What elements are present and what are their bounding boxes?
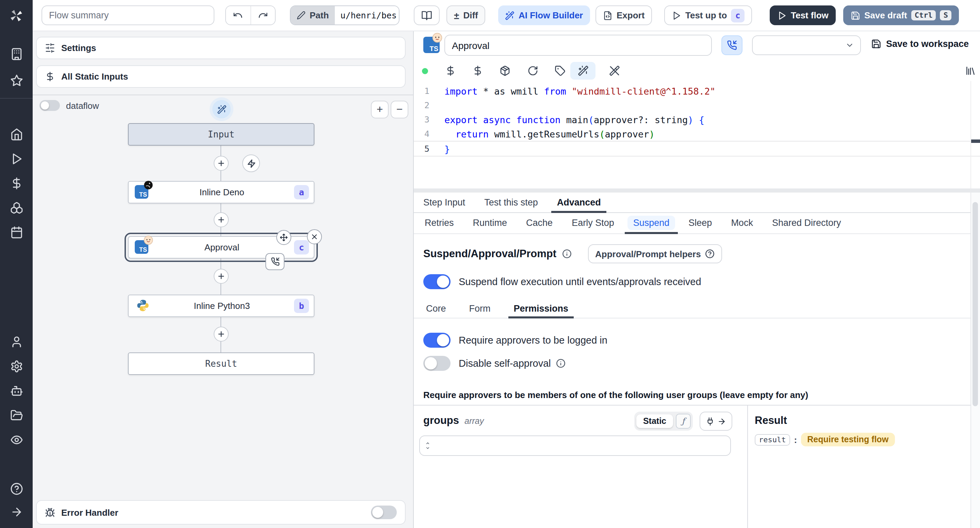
flow-summary-input[interactable] bbox=[41, 5, 215, 25]
workspace-icon[interactable] bbox=[0, 43, 33, 65]
approval-prompt-helpers-button[interactable]: Approval/Prompt helpers bbox=[588, 244, 722, 263]
tab-core[interactable]: Core bbox=[423, 299, 449, 318]
undo-button[interactable] bbox=[226, 6, 250, 24]
schedules-icon[interactable] bbox=[0, 221, 33, 243]
expand-sidebar-icon[interactable] bbox=[0, 501, 33, 523]
path-button[interactable]: Path u/henri/bes bbox=[290, 5, 399, 25]
code-editor[interactable]: 1 import * as wmill from "windmill-clien… bbox=[414, 81, 980, 188]
require-login-toggle[interactable] bbox=[423, 333, 450, 348]
folders-icon[interactable] bbox=[0, 404, 33, 426]
dependencies-icon[interactable] bbox=[500, 65, 511, 76]
static-mode-pill[interactable]: Static bbox=[636, 414, 673, 428]
resources-icon[interactable] bbox=[0, 197, 33, 218]
help-icon bbox=[705, 249, 714, 259]
panel-scrollbar[interactable] bbox=[970, 192, 980, 528]
tab-mock[interactable]: Mock bbox=[723, 212, 761, 234]
result-key-chip[interactable]: result bbox=[755, 434, 790, 445]
save-draft-button[interactable]: Save draftCtrlS bbox=[843, 5, 959, 25]
variable-picker-icon[interactable] bbox=[445, 65, 456, 76]
tab-suspend[interactable]: Suspend bbox=[625, 212, 678, 234]
tab-cache[interactable]: Cache bbox=[518, 212, 561, 234]
error-handler-toggle[interactable] bbox=[371, 506, 397, 519]
docs-button[interactable] bbox=[414, 5, 440, 25]
library-icon[interactable] bbox=[965, 65, 976, 76]
step-title-input[interactable] bbox=[444, 35, 712, 56]
ai-builder-float-button[interactable] bbox=[212, 100, 231, 118]
tab-runtime[interactable]: Runtime bbox=[465, 212, 515, 234]
suspend-heading: Suspend/Approval/Prompt bbox=[423, 248, 556, 260]
groups-array-input[interactable] bbox=[419, 436, 731, 456]
settings-icon[interactable] bbox=[0, 355, 33, 377]
kbd-ctrl: Ctrl bbox=[911, 10, 936, 21]
tab-permissions[interactable]: Permissions bbox=[511, 299, 571, 318]
tab-step-input[interactable]: Step Input bbox=[414, 192, 475, 212]
error-handler-row[interactable]: Error Handler bbox=[36, 500, 406, 525]
code-scrollbar[interactable] bbox=[970, 81, 980, 188]
add-step-button[interactable] bbox=[214, 269, 229, 284]
format-tag-icon[interactable] bbox=[555, 65, 566, 76]
select-chevrons-icon[interactable] bbox=[425, 441, 431, 450]
node-inline-deno[interactable]: TS Inline Deno a bbox=[128, 181, 314, 204]
fx-mode-button[interactable]: ƒ bbox=[676, 414, 691, 429]
sidebar-divider bbox=[0, 98, 33, 99]
help-icon[interactable] bbox=[0, 478, 33, 499]
windmill-logo-icon[interactable] bbox=[0, 0, 33, 30]
zoom-out-button[interactable]: − bbox=[391, 101, 408, 118]
variables-icon[interactable] bbox=[0, 172, 33, 194]
add-step-button[interactable] bbox=[214, 327, 229, 342]
test-flow-button[interactable]: Test flow bbox=[770, 5, 836, 25]
connect-input-button[interactable] bbox=[700, 412, 732, 431]
tab-shared-directory[interactable]: Shared Directory bbox=[764, 212, 850, 234]
add-trigger-button[interactable] bbox=[242, 154, 260, 172]
play-icon bbox=[672, 11, 681, 20]
add-step-button[interactable] bbox=[214, 212, 229, 227]
dataflow-toggle[interactable] bbox=[40, 100, 60, 111]
reset-icon[interactable] bbox=[527, 65, 538, 76]
redo-button[interactable] bbox=[250, 6, 275, 24]
tab-sleep[interactable]: Sleep bbox=[680, 212, 720, 234]
export-button[interactable]: Export bbox=[595, 5, 652, 25]
save-to-workspace-button[interactable]: Save to workspace bbox=[871, 39, 969, 49]
resource-picker-icon[interactable] bbox=[472, 65, 483, 76]
suspend-indicator-button[interactable] bbox=[721, 35, 743, 55]
node-result[interactable]: Result bbox=[128, 353, 314, 375]
suspend-toggle[interactable] bbox=[423, 274, 450, 289]
tab-form[interactable]: Form bbox=[466, 299, 493, 318]
node-input[interactable]: Input bbox=[128, 123, 314, 146]
ai-gen-off-icon[interactable] bbox=[609, 65, 620, 76]
favorites-icon[interactable] bbox=[0, 69, 33, 91]
info-icon[interactable] bbox=[556, 359, 566, 368]
tab-retries[interactable]: Retries bbox=[417, 212, 462, 234]
tab-early-stop[interactable]: Early Stop bbox=[563, 212, 622, 234]
runs-icon[interactable] bbox=[0, 148, 33, 169]
panel-divider bbox=[33, 95, 413, 95]
dollar-icon bbox=[45, 72, 55, 82]
move-step-handle[interactable] bbox=[276, 230, 291, 245]
step-tabs: Step Input Test this step Advanced bbox=[414, 192, 980, 213]
tab-advanced[interactable]: Advanced bbox=[547, 192, 611, 212]
scrollbar-thumb[interactable] bbox=[972, 202, 978, 406]
groups-value-field[interactable] bbox=[431, 436, 730, 456]
suspend-phone-badge[interactable] bbox=[266, 253, 285, 270]
users-icon[interactable] bbox=[0, 331, 33, 353]
add-step-button[interactable] bbox=[214, 156, 229, 171]
delete-step-button[interactable] bbox=[307, 229, 322, 244]
test-up-to-button[interactable]: Test up toc bbox=[664, 5, 752, 25]
tab-test-this-step[interactable]: Test this step bbox=[475, 192, 547, 212]
all-static-inputs-button[interactable]: All Static Inputs bbox=[36, 65, 406, 88]
static-fx-segment: Static ƒ bbox=[634, 412, 693, 431]
status-dot-icon bbox=[422, 68, 428, 74]
audit-logs-icon[interactable] bbox=[0, 429, 33, 450]
workers-icon[interactable] bbox=[0, 380, 33, 401]
ai-gen-icon[interactable] bbox=[578, 65, 589, 76]
info-icon[interactable] bbox=[562, 249, 571, 259]
tag-select[interactable] bbox=[752, 35, 861, 55]
diff-button[interactable]: ±Diff bbox=[447, 5, 485, 25]
panel-resize-handle[interactable] bbox=[414, 188, 980, 192]
flow-settings-button[interactable]: Settings bbox=[36, 37, 406, 59]
zoom-in-button[interactable]: + bbox=[371, 101, 388, 118]
disable-self-approval-toggle[interactable] bbox=[423, 356, 450, 371]
node-inline-python3[interactable]: Inline Python3 b bbox=[128, 294, 314, 317]
home-icon[interactable] bbox=[0, 123, 33, 145]
ai-flow-builder-button[interactable]: AI Flow Builder bbox=[498, 5, 590, 25]
